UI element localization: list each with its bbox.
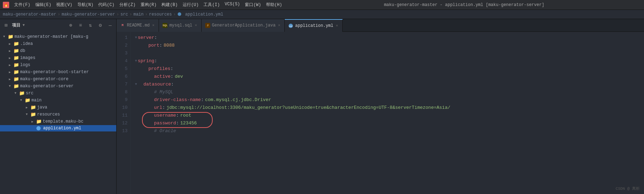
code-editor[interactable]: 1 2 3 4 5 6 7 8 9 10 11 12 13 ▼ server: … [117,32,644,194]
arrow-server: ▼ [9,84,12,88]
code-line-8: # MySQL [135,88,644,96]
code-line-2: port: 8088 [135,42,644,49]
menu-run[interactable]: 运行(U) [181,1,201,8]
tree-item-root[interactable]: ▼ 📁 maku-generator-master [maku-g [0,33,116,40]
tab-generator-app[interactable]: J GeneratorApplication.java × [202,19,285,32]
breadcrumb-item-root[interactable]: maku-generator-master [3,12,56,17]
svg-text:yml: yml [289,25,293,28]
tree-item-logs[interactable]: ▶ 📁 logs [0,61,116,69]
toolbar-sort-btn[interactable]: ⇅ [87,22,94,29]
menu-tools[interactable]: 工具(I) [201,1,222,8]
menu-vcs[interactable]: VCS(S) [223,1,242,8]
tree-label-boot-starter: maku-generator-boot-starter [20,70,89,75]
fold-4[interactable]: ▼ [135,57,137,65]
tree-label-idea: .idea [20,41,33,46]
arrow-images: ▶ [9,56,12,60]
folder-icon-boot-starter: 📁 [13,69,19,75]
tree-item-src[interactable]: ▼ 📁 src [0,90,116,97]
code-line-6: active: dev [135,73,644,81]
code-line-4: ▼ spring: [135,57,644,65]
tree-item-application-yml[interactable]: application.yml [0,125,116,131]
readme-icon: M [120,23,125,28]
tab-yml-close[interactable]: × [335,24,339,28]
arrow-db: ▶ [9,49,12,53]
tree-item-main[interactable]: ▼ 📁 main [0,97,116,104]
folder-icon-main: 📁 [25,98,30,103]
menu-window[interactable]: 窗口(W) [243,1,263,8]
toolbar-minimize-btn[interactable]: — [106,22,114,29]
tab-mysql-label: mysql.sql [169,23,192,28]
tree-item-boot-starter[interactable]: ▶ 📁 maku-generator-boot-starter [0,69,116,76]
tab-generator-label: GeneratorApplication.java [212,23,276,28]
breadcrumb-item-server[interactable]: maku-generator-server [61,12,115,17]
tab-mysql[interactable]: SQL mysql.sql × [159,19,201,32]
folder-icon-root: 📁 [8,34,13,40]
breadcrumb-item-resources[interactable]: resources [149,12,172,17]
tree-item-resources[interactable]: ▼ 📁 resources [0,111,116,118]
tab-generator-close[interactable]: × [277,23,281,28]
arrow-boot-starter: ▶ [9,70,12,74]
breadcrumb-item-file[interactable]: application.yml [177,12,223,17]
project-dropdown-arrow[interactable]: ▼ [23,23,25,27]
menu-bar[interactable]: 文件(F) 编辑(E) 视图(V) 导航(N) 代码(C) 分析(Z) 重构(R… [12,1,284,8]
code-line-11: username: root [135,112,644,119]
toolbar-settings-btn[interactable]: ⚙ [96,22,104,29]
tree-label-core: maku-generator-core [20,77,69,82]
tree-label-template: template.maku-bc [43,119,83,124]
menu-build[interactable]: 构建(B) [159,1,180,8]
arrow-logs: ▶ [9,63,12,67]
toolbar-panel-icon[interactable]: ⊞ [2,22,10,29]
tree-item-server[interactable]: ▼ 📁 maku-generator-server [0,83,116,90]
menu-refactor[interactable]: 重构(R) [138,1,159,8]
tree-item-db[interactable]: ▶ 📁 db [0,47,116,54]
tab-readme-close[interactable]: × [152,23,155,28]
toolbar-collapse-btn[interactable]: ≡ [77,22,84,29]
menu-help[interactable]: 帮助(H) [264,1,284,8]
window-title: maku-generator-master - application.yml … [287,2,641,7]
tab-yml-label: application.yml [295,23,333,28]
breadcrumb-item-main[interactable]: main [134,12,144,17]
tree-item-java[interactable]: ▶ 📁 java [0,104,116,111]
menu-edit[interactable]: 编辑(E) [33,1,54,8]
menu-analyze[interactable]: 分析(Z) [117,1,138,8]
tree-label-db: db [20,48,25,53]
tree-label-yml: application.yml [43,126,81,131]
fold-1[interactable]: ▼ [135,34,137,42]
tree-label-logs: logs [20,63,30,67]
menu-view[interactable]: 视图(V) [54,1,75,8]
arrow-resources: ▼ [26,113,29,116]
folder-icon-idea: 📁 [13,41,19,47]
file-tree[interactable]: ▼ 📁 maku-generator-master [maku-g ▶ 📁 .i… [0,32,117,194]
tree-label-src: src [26,91,34,96]
tree-item-idea[interactable]: ▶ 📁 .idea [0,40,116,47]
menu-file[interactable]: 文件(F) [12,1,33,8]
folder-icon-logs: 📁 [13,62,19,68]
folder-icon-db: 📁 [13,48,19,54]
folder-icon-resources: 📁 [30,112,36,117]
code-line-3 [135,49,644,57]
toolbar-scope-btn[interactable]: ⊕ [67,22,75,29]
breadcrumb-item-src[interactable]: src [120,12,128,17]
tree-item-template[interactable]: ▶ 📁 template.maku-bc [0,118,116,125]
tab-mysql-close[interactable]: × [194,23,198,28]
tree-item-images[interactable]: ▶ 📁 images [0,54,116,61]
menu-navigate[interactable]: 导航(N) [75,1,96,8]
code-content: ▼ server: port: 8088 ▼ spring: profile [131,32,644,194]
folder-icon-src: 📁 [19,90,25,96]
title-bar: 🔥 文件(F) 编辑(E) 视图(V) 导航(N) 代码(C) 分析(Z) 重构… [0,0,644,10]
line-numbers: 1 2 3 4 5 6 7 8 9 10 11 12 13 [117,32,131,194]
tree-label-root: maku-generator-master [maku-g [14,34,88,39]
folder-icon-core: 📁 [13,76,19,82]
main-area: ▼ 📁 maku-generator-master [maku-g ▶ 📁 .i… [0,32,644,194]
arrow-idea: ▶ [9,42,12,46]
svg-point-0 [178,12,181,16]
tab-application-yml[interactable]: yml application.yml × [285,19,343,32]
tree-label-server: maku-generator-server [20,84,73,89]
fold-7[interactable]: ▼ [135,81,137,88]
java-icon: J [205,23,210,28]
menu-code[interactable]: 代码(C) [96,1,117,8]
tree-item-core[interactable]: ▶ 📁 maku-generator-core [0,76,116,83]
tree-label-main: main [31,98,42,103]
tab-readme[interactable]: M README.md × [117,19,159,32]
tree-label-images: images [20,55,35,60]
